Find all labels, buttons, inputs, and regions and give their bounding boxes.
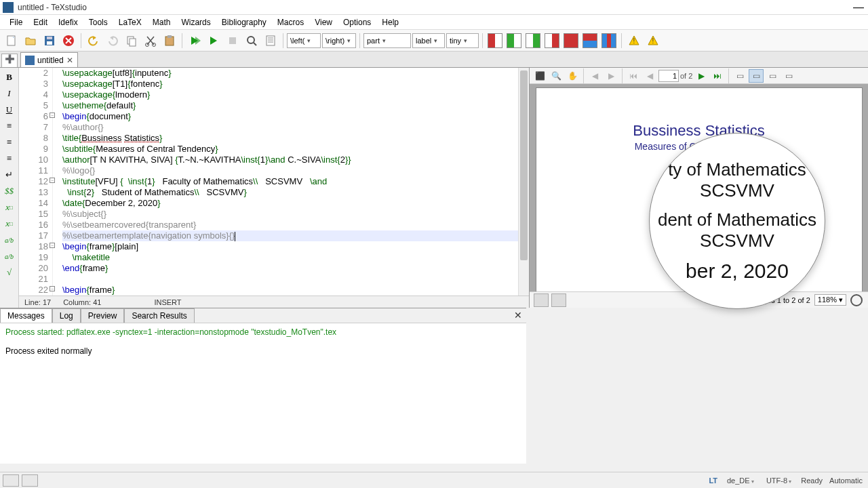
pv-grid-icon[interactable]: ▭	[781, 69, 796, 83]
status-automatic: Automatic	[829, 476, 863, 485]
menu-math[interactable]: Math	[147, 16, 176, 29]
pv-facing-icon[interactable]: ▭	[765, 69, 780, 83]
structure-view-button[interactable]	[3, 474, 19, 487]
view-log-button[interactable]	[262, 32, 279, 49]
table-col5-icon[interactable]	[562, 32, 580, 49]
new-tab-button[interactable]: ➕	[1, 54, 18, 67]
align-center-icon[interactable]: ≡	[2, 136, 17, 149]
section-combo[interactable]: part	[363, 33, 411, 48]
menu-file[interactable]: File	[4, 16, 28, 29]
pv-avatar2-icon[interactable]	[551, 293, 566, 307]
subscript-button[interactable]: x□	[2, 201, 17, 214]
menu-bibliography[interactable]: Bibliography	[216, 16, 272, 29]
menu-view[interactable]: View	[309, 16, 338, 29]
bold-button[interactable]: B	[2, 70, 17, 84]
copy-button[interactable]	[123, 32, 140, 49]
table-col6-icon[interactable]	[581, 32, 599, 49]
minimize-button[interactable]: —	[852, 4, 865, 11]
pv-last-page-icon[interactable]: ⏭	[710, 69, 725, 83]
languagetool-indicator[interactable]: LT	[709, 476, 717, 485]
pv-search-icon[interactable]: 🔍	[549, 69, 564, 83]
preview-zoom-combo[interactable]: 118% ▾	[814, 294, 846, 306]
pv-avatar1-icon[interactable]	[534, 293, 549, 307]
tab-log[interactable]: Log	[52, 308, 81, 323]
table-col4-icon[interactable]	[543, 32, 561, 49]
window-title: untitled - TeXstudio	[18, 3, 852, 12]
size-combo[interactable]: tiny	[446, 33, 479, 48]
pv-prev-page-icon[interactable]: ◀	[642, 69, 657, 83]
menu-help[interactable]: Help	[376, 16, 404, 29]
menu-tools[interactable]: Tools	[83, 16, 113, 29]
menu-options[interactable]: Options	[338, 16, 376, 29]
table-col3-icon[interactable]	[524, 32, 542, 49]
newline-icon[interactable]: ↵	[2, 168, 17, 182]
source-editor[interactable]: 23456−789101112−131415161718−19202122− \…	[19, 68, 529, 296]
app-icon	[3, 2, 14, 13]
bookmarks-view-button[interactable]	[22, 474, 38, 487]
new-file-button[interactable]	[3, 32, 20, 49]
left-delim-combo[interactable]: \left(	[287, 33, 321, 48]
code-area[interactable]: \usepackage[utf8]{inputenc}\usepackage[T…	[53, 68, 529, 296]
window-statusbar: LT de_DE UTF-8 Ready Automatic	[0, 472, 868, 488]
compile-button[interactable]	[205, 32, 222, 49]
menu-latex[interactable]: LaTeX	[113, 16, 147, 29]
page-number-input[interactable]	[658, 70, 679, 82]
tab-messages[interactable]: Messages	[0, 308, 52, 323]
warning-next-icon[interactable]: !	[644, 32, 662, 49]
paste-button[interactable]	[161, 32, 178, 49]
stop-button[interactable]	[224, 32, 241, 49]
preview-fit-button[interactable]	[850, 294, 863, 306]
pv-single-page-icon[interactable]: ▭	[732, 69, 747, 83]
dfrac-button[interactable]: a/b	[2, 249, 17, 263]
frac-button[interactable]: a/b	[2, 233, 17, 247]
tab-close-button[interactable]: ✕	[66, 56, 73, 65]
msg-process-started: Process started: pdflatex.exe -synctex=1…	[5, 327, 521, 337]
encoding-combo[interactable]: UTF-8	[764, 476, 794, 485]
pv-continuous-icon[interactable]: ▭	[749, 69, 764, 83]
slide-title: Bussiness Statistics	[536, 122, 862, 140]
editor-scrollbar[interactable]	[518, 68, 529, 296]
superscript-button[interactable]: x□	[2, 217, 17, 230]
tab-preview[interactable]: Preview	[81, 308, 125, 323]
table-col2-icon[interactable]	[505, 32, 523, 49]
ref-combo[interactable]: label	[412, 33, 445, 48]
pv-next-page-icon[interactable]: ▶	[694, 69, 709, 83]
tab-search-results[interactable]: Search Results	[124, 308, 194, 323]
table-col1-icon[interactable]	[486, 32, 504, 49]
menu-wizards[interactable]: Wizards	[176, 16, 216, 29]
save-file-button[interactable]	[41, 32, 58, 49]
sqrt-button[interactable]: √	[2, 266, 17, 279]
cut-button[interactable]	[142, 32, 159, 49]
mag-l1b: SCSVMV	[668, 180, 806, 201]
document-tab[interactable]: untitled ✕	[20, 52, 78, 67]
editor-pane: 23456−789101112−131415161718−19202122− \…	[19, 68, 529, 308]
menu-macros[interactable]: Macros	[272, 16, 309, 29]
italic-button[interactable]: I	[2, 87, 17, 100]
page-total-label: of 2	[680, 72, 692, 80]
warning-prev-icon[interactable]: !	[625, 32, 643, 49]
redo-button[interactable]	[104, 32, 121, 49]
messages-close-button[interactable]: ✕	[514, 310, 522, 321]
view-pdf-button[interactable]	[243, 32, 260, 49]
underline-button[interactable]: U	[2, 103, 17, 117]
open-file-button[interactable]	[22, 32, 39, 49]
titlebar: untitled - TeXstudio —	[0, 0, 868, 15]
menu-idefix[interactable]: Idefix	[53, 16, 83, 29]
pv-first-page-icon[interactable]: ⏮	[626, 69, 641, 83]
menu-edit[interactable]: Edit	[28, 16, 53, 29]
undo-button[interactable]	[85, 32, 102, 49]
close-file-button[interactable]	[60, 32, 77, 49]
pv-back-icon[interactable]: ◀	[587, 69, 602, 83]
pv-hand-icon[interactable]: ✋	[565, 69, 580, 83]
pv-fwd-icon[interactable]: ▶	[604, 69, 618, 83]
align-left-icon[interactable]: ≡	[2, 119, 17, 133]
table-col7-icon[interactable]	[600, 32, 618, 49]
math-mode-button[interactable]: $$	[2, 184, 17, 198]
pv-sync-icon[interactable]: ⬛	[532, 69, 547, 83]
spell-lang-combo[interactable]: de_DE	[724, 476, 757, 485]
align-right-icon[interactable]: ≡	[2, 152, 17, 165]
messages-panel: Messages Log Preview Search Results ✕ Pr…	[0, 308, 526, 464]
build-button[interactable]	[186, 32, 203, 49]
status-ready: Ready	[801, 476, 823, 485]
right-delim-combo[interactable]: \right)	[322, 33, 356, 48]
